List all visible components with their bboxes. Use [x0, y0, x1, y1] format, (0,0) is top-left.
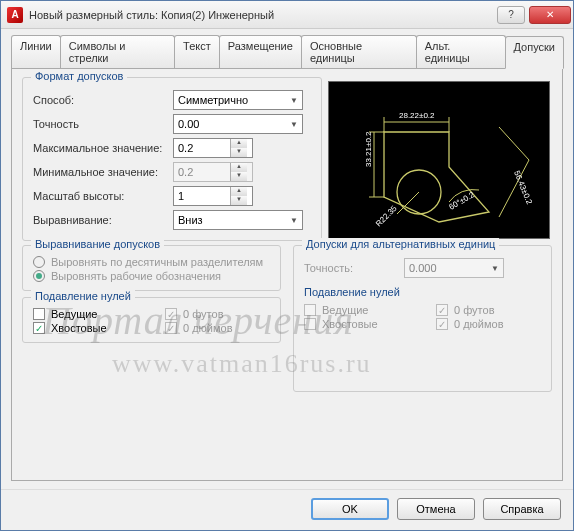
input-scale-height[interactable] — [174, 187, 230, 205]
legend-tolerance-format: Формат допусков — [31, 70, 127, 82]
checkbox-icon — [33, 308, 45, 320]
group-zero-suppression: Подавление нулей Ведущие ✓ Хвостовые — [22, 297, 281, 343]
group-alt-unit-tolerance: Допуски для альтернативных единиц Точнос… — [293, 245, 552, 392]
tab-strip: Линии Символы и стрелки Текст Размещение… — [11, 35, 563, 69]
spin-down-icon[interactable]: ▼ — [231, 148, 247, 157]
chevron-down-icon: ▼ — [290, 96, 298, 105]
check-trailing[interactable]: ✓ Хвостовые — [33, 322, 153, 334]
button-bar: OK Отмена Справка — [1, 489, 573, 530]
tab-text[interactable]: Текст — [174, 35, 220, 68]
label-precision: Точность — [33, 118, 173, 130]
spinner-scale-height[interactable]: ▲▼ — [173, 186, 253, 206]
label-min-value: Минимальное значение: — [33, 166, 173, 178]
check-inches: ✓ 0 дюймов — [165, 322, 270, 334]
dialog-window: A Новый размерный стиль: Копия(2) Инжене… — [0, 0, 574, 531]
help-button[interactable]: Справка — [483, 498, 561, 520]
tab-alt-units[interactable]: Альт. единицы — [416, 35, 506, 68]
check-alt-feet: ✓ 0 футов — [436, 304, 541, 316]
spin-up-icon[interactable]: ▲ — [231, 139, 247, 148]
checkbox-icon — [304, 304, 316, 316]
preview-drawing: 28.22±0.2 33.21±0.2 56.43±0.2 60°±0.2 R2… — [329, 82, 551, 240]
check-alt-trailing: Хвостовые — [304, 318, 424, 330]
spin-up-icon: ▲ — [231, 163, 247, 172]
legend-tolerance-alignment: Выравнивание допусков — [31, 238, 164, 250]
spin-up-icon[interactable]: ▲ — [231, 187, 247, 196]
checkbox-icon: ✓ — [165, 322, 177, 334]
tab-tolerances[interactable]: Допуски — [505, 36, 564, 69]
chevron-down-icon: ▼ — [491, 264, 499, 273]
spin-down-icon[interactable]: ▼ — [231, 196, 247, 205]
cancel-button[interactable]: Отмена — [397, 498, 475, 520]
label-method: Способ: — [33, 94, 173, 106]
radio-icon — [33, 256, 45, 268]
label-alt-precision: Точность: — [304, 262, 404, 274]
label-alignment: Выравнивание: — [33, 214, 173, 226]
input-min-value — [174, 163, 230, 181]
radio-icon — [33, 270, 45, 282]
svg-text:R22.35: R22.35 — [374, 203, 399, 228]
check-leading[interactable]: Ведущие — [33, 308, 153, 320]
svg-text:33.21±0.2: 33.21±0.2 — [364, 131, 373, 167]
spin-down-icon: ▼ — [231, 172, 247, 181]
svg-line-9 — [499, 127, 529, 160]
spinner-max-value[interactable]: ▲▼ — [173, 138, 253, 158]
check-alt-inches: ✓ 0 дюймов — [436, 318, 541, 330]
preview-pane: 28.22±0.2 33.21±0.2 56.43±0.2 60°±0.2 R2… — [328, 81, 550, 239]
checkbox-icon: ✓ — [436, 318, 448, 330]
group-tolerance-format: Формат допусков Способ: Симметрично▼ Точ… — [22, 77, 322, 241]
svg-text:56.43±0.2: 56.43±0.2 — [512, 169, 534, 206]
radio-align-decimal: Выровнять по десятичным разделителям — [33, 256, 270, 268]
ok-button[interactable]: OK — [311, 498, 389, 520]
check-feet: ✓ 0 футов — [165, 308, 270, 320]
checkbox-icon: ✓ — [33, 322, 45, 334]
checkbox-icon — [304, 318, 316, 330]
titlebar: A Новый размерный стиль: Копия(2) Инжене… — [1, 1, 573, 29]
label-scale-height: Масштаб высоты: — [33, 190, 173, 202]
tab-lines[interactable]: Линии — [11, 35, 61, 68]
tab-primary-units[interactable]: Основные единицы — [301, 35, 417, 68]
legend-alt-zero-suppression: Подавление нулей — [304, 286, 541, 298]
legend-zero-suppression: Подавление нулей — [31, 290, 135, 302]
close-button[interactable]: ✕ — [529, 6, 571, 24]
tab-panel: 28.22±0.2 33.21±0.2 56.43±0.2 60°±0.2 R2… — [11, 69, 563, 481]
select-method[interactable]: Симметрично▼ — [173, 90, 303, 110]
window-title: Новый размерный стиль: Копия(2) Инженерн… — [29, 9, 495, 21]
svg-text:28.22±0.2: 28.22±0.2 — [399, 111, 435, 120]
spinner-min-value: ▲▼ — [173, 162, 253, 182]
select-alt-precision: 0.000▼ — [404, 258, 504, 278]
chevron-down-icon: ▼ — [290, 216, 298, 225]
tab-fit[interactable]: Размещение — [219, 35, 302, 68]
radio-align-operational: Выровнять рабочие обозначения — [33, 270, 270, 282]
input-max-value[interactable] — [174, 139, 230, 157]
help-button-titlebar[interactable]: ? — [497, 6, 525, 24]
check-alt-leading: Ведущие — [304, 304, 424, 316]
tab-symbols[interactable]: Символы и стрелки — [60, 35, 175, 68]
select-alignment[interactable]: Вниз▼ — [173, 210, 303, 230]
legend-alt-unit-tolerance: Допуски для альтернативных единиц — [302, 238, 499, 250]
group-tolerance-alignment: Выравнивание допусков Выровнять по десят… — [22, 245, 281, 291]
select-precision[interactable]: 0.00▼ — [173, 114, 303, 134]
checkbox-icon: ✓ — [165, 308, 177, 320]
app-icon: A — [7, 7, 23, 23]
svg-text:60°±0.2: 60°±0.2 — [448, 190, 477, 212]
label-max-value: Максимальное значение: — [33, 142, 173, 154]
chevron-down-icon: ▼ — [290, 120, 298, 129]
checkbox-icon: ✓ — [436, 304, 448, 316]
